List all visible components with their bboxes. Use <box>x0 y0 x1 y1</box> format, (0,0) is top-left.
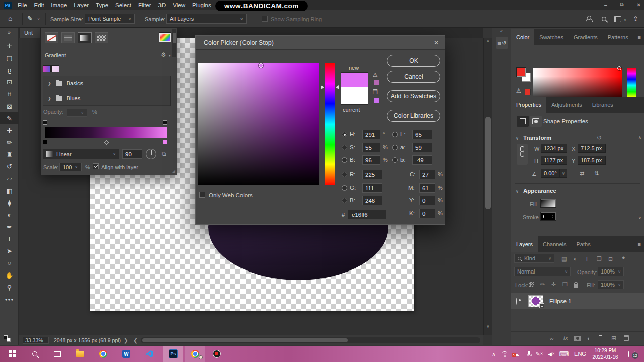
filter-shape-icon[interactable]: ❒ <box>597 256 602 262</box>
lab-b-field[interactable]: -49 <box>412 155 432 165</box>
a-field[interactable]: 59 <box>412 143 432 152</box>
gradient-swatch-pink[interactable] <box>51 65 59 72</box>
panel-tab[interactable]: Properties <box>511 97 546 113</box>
layer-name[interactable]: Ellipse 1 <box>549 298 571 304</box>
dialog-close-icon[interactable]: ✕ <box>434 39 439 46</box>
lock-position-icon[interactable]: ✛ <box>551 281 556 288</box>
reverse-gradient-icon[interactable]: ⧉ <box>162 150 166 157</box>
hue-marker-left-icon[interactable] <box>321 85 324 89</box>
menu-item[interactable]: Image <box>51 2 67 8</box>
word-button[interactable]: W <box>118 346 135 362</box>
home-icon[interactable]: ⌂ <box>8 14 12 22</box>
scroll-up-icon[interactable]: ∧ <box>484 39 492 43</box>
b-field[interactable]: 96 <box>362 155 380 165</box>
only-web-colors-checkbox[interactable] <box>199 192 205 198</box>
volume-muted-icon[interactable]: ◀✕ <box>546 346 556 362</box>
taskbar-search-button[interactable] <box>26 346 43 362</box>
status-flyout-icon[interactable]: ❯ <box>124 337 128 343</box>
search-icon[interactable] <box>602 16 606 22</box>
path-selection-tool[interactable]: ➤ <box>0 245 19 257</box>
s-radio[interactable] <box>342 145 347 150</box>
ellipse-properties-button[interactable] <box>530 116 542 127</box>
notification-center-icon[interactable]: 12 <box>626 346 638 362</box>
web-safe-color-swatch[interactable] <box>374 98 379 103</box>
show-sampling-ring-checkbox[interactable] <box>262 16 268 22</box>
layer-filter-dropdown[interactable]: Kind ∨ <box>514 254 554 263</box>
rgb-b-radio[interactable] <box>342 198 347 203</box>
sample-dropdown[interactable]: All Layers∨ <box>166 14 247 24</box>
file-explorer-button[interactable] <box>71 346 89 362</box>
wifi-icon[interactable] <box>500 346 509 362</box>
l-field[interactable]: 65 <box>412 130 432 139</box>
chrome-profile-button[interactable] <box>185 346 205 362</box>
new-adjustment-icon[interactable]: ◐ <box>587 335 591 341</box>
menu-item[interactable]: Edit <box>34 2 44 8</box>
menu-item[interactable]: 3D <box>158 2 166 8</box>
history-panel-button[interactable]: ▤ ↺ <box>496 37 508 49</box>
color-field-marker[interactable] <box>259 63 263 68</box>
document-tab[interactable]: Unt <box>20 28 42 38</box>
zoom-tool[interactable]: ⚲ <box>0 281 19 293</box>
rgb-b-field[interactable]: 246 <box>362 196 382 205</box>
account-icon[interactable] <box>586 16 592 23</box>
panel-tab[interactable]: Swatches <box>534 29 569 45</box>
gamut-warning-icon[interactable]: ⚠ <box>373 72 378 78</box>
share-icon[interactable]: ⇪ <box>633 15 638 22</box>
filter-adjustment-icon[interactable]: ◐ <box>574 256 577 262</box>
eyedropper-tool-icon[interactable]: ✎ <box>27 15 33 22</box>
keyboard-icon[interactable]: ⌨ <box>558 346 570 362</box>
blur-tool[interactable]: ⧫ <box>0 197 19 209</box>
opacity-stop-left[interactable] <box>43 120 47 125</box>
dodge-tool[interactable]: ◐ <box>0 209 19 221</box>
panel-tab[interactable]: Paths <box>572 236 596 252</box>
minimize-icon[interactable]: – <box>604 2 607 8</box>
tray-expand-icon[interactable]: ∧ <box>489 346 498 362</box>
stop-opacity-dropdown[interactable]: ∨ <box>67 109 87 117</box>
menu-item[interactable]: Plugins <box>192 2 211 8</box>
healing-brush-tool[interactable]: ✚ <box>0 124 19 136</box>
panel-menu-icon[interactable]: ≡ <box>638 102 641 108</box>
h-field[interactable]: 291 <box>362 130 380 139</box>
collapse-dock-icon[interactable]: « <box>492 28 511 34</box>
scroll-down-icon[interactable]: ∨ <box>484 324 492 329</box>
taskbar-clock[interactable]: 10:29 PM 2022-01-16 <box>590 347 621 360</box>
menu-item[interactable]: Filter <box>138 2 151 8</box>
scale-dropdown[interactable]: 100∨ <box>59 163 82 171</box>
y-field[interactable]: 0 <box>419 196 435 205</box>
menu-item[interactable]: File <box>18 2 27 8</box>
gradient-angle-field[interactable]: 90 <box>122 149 142 159</box>
gradient-midpoint-marker[interactable] <box>104 140 109 145</box>
panel-menu-icon[interactable]: ≡ <box>638 241 641 247</box>
lock-transparency-icon[interactable] <box>529 282 534 288</box>
panel-tab[interactable]: Layers <box>511 236 538 252</box>
preset-list-scrollbar[interactable] <box>172 29 176 57</box>
close-icon[interactable]: ✕ <box>637 2 641 8</box>
c-field[interactable]: 27 <box>419 170 435 179</box>
pen-input-icon[interactable]: ✎✕ <box>534 346 544 362</box>
color-picker-button[interactable] <box>159 33 171 42</box>
ok-button[interactable]: OK <box>387 55 440 67</box>
filter-toggle-icon[interactable]: ● <box>622 254 625 260</box>
flip-horizontal-icon[interactable]: ⇄ <box>580 170 584 177</box>
chevron-down-icon[interactable]: ∨ <box>37 17 40 21</box>
marquee-tool[interactable]: ▢ <box>0 52 19 64</box>
lock-artboard-icon[interactable]: ❐ <box>562 281 568 288</box>
frame-tool[interactable]: ⊠ <box>0 100 19 112</box>
zoom-level-field[interactable]: 33.33% <box>23 337 49 344</box>
lock-all-icon[interactable] <box>574 283 578 289</box>
chevron-down-icon[interactable]: ∨ <box>516 136 519 141</box>
h-radio[interactable] <box>342 132 347 137</box>
color-stop-pink-selected[interactable] <box>163 140 167 144</box>
default-colors-icon[interactable] <box>4 335 13 342</box>
gradient-tool[interactable]: ◧ <box>0 185 19 197</box>
scroll-left-icon[interactable]: ❮ <box>133 337 138 343</box>
saturation-brightness-field[interactable] <box>198 63 319 185</box>
g-field[interactable]: 111 <box>362 183 382 193</box>
l-radio[interactable] <box>392 132 398 137</box>
chevron-down-icon[interactable]: ∨ <box>624 18 626 22</box>
b-radio[interactable] <box>342 157 347 163</box>
history-brush-tool[interactable]: ↺ <box>0 160 19 172</box>
panel-tab[interactable]: Patterns <box>603 29 633 45</box>
delete-layer-icon[interactable] <box>624 335 629 342</box>
link-layers-icon[interactable]: ∞ <box>550 335 554 341</box>
